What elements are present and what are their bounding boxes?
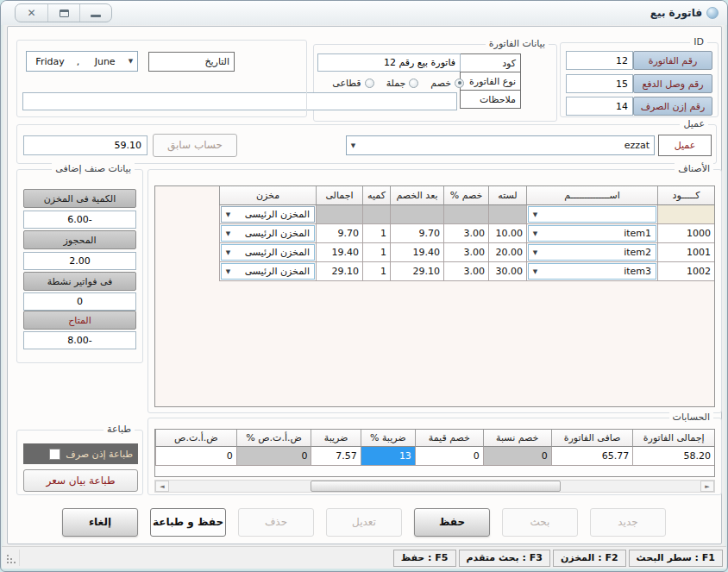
print-permit-checkbox[interactable] [49,449,60,460]
col-list-header[interactable]: لسته [488,186,526,205]
resize-grip[interactable] [7,562,9,563]
sales-tax-pct-cell[interactable]: 0 [236,447,311,466]
radio-retail[interactable]: قطاعى [332,78,373,89]
col-warehouse-header[interactable]: مخزن [219,186,316,205]
sales-tax-cell[interactable]: 0 [155,447,236,466]
cell-total[interactable]: 9.70 [316,224,362,243]
invoice-number-input[interactable] [566,51,633,70]
save-button[interactable]: حفظ [414,508,490,537]
col-after-discount-header[interactable]: بعد الخصم [390,186,443,205]
print-permit-checkbox-row[interactable]: طباعة إذن صرف [23,443,138,464]
reserved-value[interactable] [23,252,136,270]
warehouse-combo[interactable]: المخزن الرئيسى ▼ [221,225,315,242]
date-label: التاريخ [148,52,235,72]
disbursement-permit-number-input[interactable] [566,97,633,116]
cell-list[interactable]: 30.00 [488,262,526,281]
invoice-data-group-title: بيانات الفاتورة [486,38,549,49]
chevron-down-icon: ▼ [529,249,542,256]
new-button[interactable]: جديد [590,508,666,537]
col-code-header[interactable]: كـــــود [657,186,714,205]
col-invoice-total-header[interactable]: إجمالى الفاتورة [632,430,714,447]
col-sales-tax-header[interactable]: ض.أ.ت.ص [155,430,236,447]
entry-item-name-combo[interactable]: ▼ [528,206,656,223]
date-dropdown[interactable]: Friday , June ▼ [26,51,138,72]
payment-receipt-number-input[interactable] [566,74,633,93]
col-discount-ratio-header[interactable]: خصم نسبة [483,430,551,447]
warehouse-combo[interactable]: المخزن الرئيسى ▼ [221,244,315,261]
invoice-code-input[interactable] [317,53,461,72]
discount-value-cell[interactable]: 0 [415,447,483,466]
scroll-right-icon[interactable]: ► [700,481,714,492]
cell-discount[interactable]: 3.00 [443,224,488,243]
cell-discount[interactable]: 3.00 [443,262,488,281]
col-tax-header[interactable]: ضريبة [311,430,360,447]
available-value[interactable] [23,331,136,349]
minimize-icon [91,15,101,17]
cancel-button[interactable]: إلغاء [62,508,138,537]
customer-balance-input[interactable] [23,135,147,155]
col-sales-tax-pct-header[interactable]: ض.أ.ت.ص % [236,430,311,447]
invoice-net-cell[interactable]: 65.77 [551,447,633,466]
save-and-print-button[interactable]: حفظ و طباعة [150,508,226,537]
col-name-header[interactable]: اســــــــــــــم [526,186,657,205]
entry-code-cell[interactable] [657,205,714,224]
cell-list[interactable]: 10.00 [488,224,526,243]
col-discount-value-header[interactable]: خصم قيمة [415,430,483,447]
cell-after-discount[interactable]: 29.10 [390,262,443,281]
previous-account-button[interactable]: حساب سابق [153,134,237,157]
chevron-down-icon: ▼ [529,268,542,275]
cell-code[interactable]: 1001 [657,243,714,262]
cell-total[interactable]: 19.40 [316,243,362,262]
col-total-header[interactable]: اجمالى [316,186,362,205]
delete-button[interactable]: حذف [238,508,314,537]
horizontal-scrollbar[interactable]: ◄ ► [154,480,715,493]
entry-total-cell[interactable] [316,205,362,224]
tax-cell[interactable]: 7.57 [311,447,360,466]
radio-wholesale[interactable]: جملة [386,78,419,89]
qty-in-store-value[interactable] [23,211,136,229]
col-tax-pct-header[interactable]: ضريبة % [361,430,415,447]
item-name-combo[interactable]: item2 ▼ [528,244,656,261]
tax-pct-cell[interactable]: 13 [361,447,415,466]
cell-code[interactable]: 1002 [657,262,714,281]
maximize-button[interactable] [47,4,79,22]
items-group: الأصناف كـــــود اســــــــــــــم لسته … [147,169,722,413]
item-name-combo[interactable]: item3 ▼ [528,263,656,280]
discount-ratio-cell[interactable]: 0 [483,447,551,466]
cell-after-discount[interactable]: 19.40 [390,243,443,262]
customer-dropdown[interactable]: ezzat ▼ [346,135,655,155]
entry-warehouse-combo[interactable]: المخزن الرئيسى ▼ [221,206,315,223]
entry-after-discount-cell[interactable] [390,205,443,224]
scrollbar-thumb[interactable] [311,481,561,492]
payment-receipt-number-label: رقم وصل الدفع [633,74,712,93]
calculations-grid-header: إجمالى الفاتورة صافى الفاتورة خصم نسبة خ… [155,430,714,447]
col-invoice-net-header[interactable]: صافى الفاتورة [551,430,633,447]
minimize-button[interactable] [79,4,111,22]
status-f2-warehouse: F2 : المخزن [553,550,626,567]
entry-discount-cell[interactable] [443,205,488,224]
entry-list-cell[interactable] [488,205,526,224]
warehouse-combo[interactable]: المخزن الرئيسى ▼ [221,263,315,280]
active-invoices-value[interactable] [23,292,136,311]
col-qty-header[interactable]: كميه [362,186,390,205]
cell-total[interactable]: 29.10 [316,262,362,281]
entry-qty-cell[interactable] [362,205,390,224]
edit-button[interactable]: تعديل [326,508,402,537]
col-discount-header[interactable]: خصم % [443,186,488,205]
radio-icon [365,79,374,88]
cell-code[interactable]: 1000 [657,224,714,243]
cell-qty[interactable]: 1 [362,262,390,281]
entry-name-cell: ▼ [526,205,657,224]
cell-after-discount[interactable]: 9.70 [390,224,443,243]
radio-discount[interactable]: خصم [430,78,464,89]
item-name-combo[interactable]: item1 ▼ [528,225,656,242]
invoice-total-cell[interactable]: 58.20 [632,447,714,466]
cell-qty[interactable]: 1 [362,243,390,262]
close-button[interactable]: ✕ [16,4,47,22]
search-button[interactable]: بحث [502,508,578,537]
cell-qty[interactable]: 1 [362,224,390,243]
cell-list[interactable]: 20.00 [488,243,526,262]
cell-discount[interactable]: 3.00 [443,243,488,262]
scroll-left-icon[interactable]: ◄ [155,481,169,492]
print-price-statement-button[interactable]: طباعة بيان سعر [23,469,138,492]
